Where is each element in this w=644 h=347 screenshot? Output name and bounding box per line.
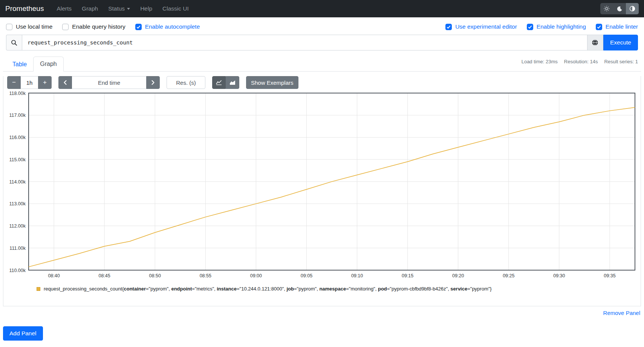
svg-text:08:50: 08:50 xyxy=(149,273,161,278)
legend-label-key: container xyxy=(124,286,146,292)
chart-area: 118.00k117.00k116.00k115.00k114.00k113.0… xyxy=(7,89,637,292)
svg-text:118.00k: 118.00k xyxy=(9,91,26,96)
x-axis-labels: 08:4008:4508:5008:5509:0009:0509:1009:15… xyxy=(48,273,615,278)
query-stats: Load time: 23ms Resolution: 14s Result s… xyxy=(522,59,638,71)
checkbox-box xyxy=(135,24,142,30)
svg-text:112.00k: 112.00k xyxy=(9,223,26,229)
graph-panel-body: − + xyxy=(3,76,641,306)
resolution-stat: Resolution: 14s xyxy=(564,59,598,64)
svg-text:09:35: 09:35 xyxy=(604,273,615,278)
nav-item-status[interactable]: Status xyxy=(108,5,130,12)
query-bar: request_processing_seconds_count Execute xyxy=(0,35,644,50)
svg-text:08:40: 08:40 xyxy=(48,273,60,278)
add-panel-button[interactable]: Add Panel xyxy=(3,326,43,341)
legend-label-key: pod xyxy=(378,286,387,292)
moon-icon xyxy=(617,6,623,12)
svg-text:117.00k: 117.00k xyxy=(9,113,26,118)
tab-table[interactable]: Table xyxy=(6,57,33,72)
svg-text:110.00k: 110.00k xyxy=(9,268,26,273)
remove-panel-link[interactable]: Remove Panel xyxy=(603,310,640,316)
query-panel: Table Graph Load time: 23ms Resolution: … xyxy=(3,57,641,316)
options-bar: Use local time Enable query history Enab… xyxy=(0,17,644,35)
checkbox-use-local-time[interactable]: Use local time xyxy=(6,23,52,30)
query-input-group: request_processing_seconds_count Execute xyxy=(6,35,638,50)
svg-text:09:00: 09:00 xyxy=(250,273,262,278)
checkbox-label: Use local time xyxy=(16,23,52,30)
nav-item-graph[interactable]: Graph xyxy=(82,5,98,12)
checkbox-box xyxy=(6,24,12,30)
series-label: request_processing_seconds_count{contain… xyxy=(44,286,492,292)
checkbox-enable-linter[interactable]: Enable linter xyxy=(596,23,638,30)
globe-icon xyxy=(592,39,598,46)
forward-time-button[interactable] xyxy=(146,76,160,89)
theme-dark-button[interactable] xyxy=(613,3,626,14)
execute-button[interactable]: Execute xyxy=(603,35,638,50)
svg-text:09:10: 09:10 xyxy=(351,273,363,278)
chevron-down-icon xyxy=(127,8,130,10)
legend-label-key: job xyxy=(286,286,294,292)
svg-text:08:55: 08:55 xyxy=(200,273,211,278)
y-axis-labels: 118.00k117.00k116.00k115.00k114.00k113.0… xyxy=(9,91,26,273)
panel-footer: Remove Panel xyxy=(3,306,641,316)
svg-text:116.00k: 116.00k xyxy=(9,135,26,140)
show-exemplars-button[interactable]: Show Exemplars xyxy=(246,76,298,89)
check-icon xyxy=(528,25,532,29)
metrics-explorer-button[interactable] xyxy=(587,35,603,50)
checkbox-enable-highlighting[interactable]: Enable highlighting xyxy=(527,23,586,30)
svg-text:09:15: 09:15 xyxy=(402,273,413,278)
search-icon xyxy=(6,35,22,50)
line-chart-button[interactable] xyxy=(212,76,226,89)
stacked-chart-icon xyxy=(229,80,236,85)
checkbox-label: Use experimental editor xyxy=(455,23,517,30)
nav-item-classic-ui[interactable]: Classic UI xyxy=(162,5,189,12)
time-series-chart[interactable]: 118.00k117.00k116.00k115.00k114.00k113.0… xyxy=(7,89,641,281)
sun-icon xyxy=(604,6,610,12)
svg-text:111.00k: 111.00k xyxy=(9,246,26,251)
app-brand[interactable]: Prometheus xyxy=(5,5,44,13)
nav-item-label: Help xyxy=(140,5,152,12)
end-time-input[interactable] xyxy=(72,76,146,89)
resolution-input[interactable] xyxy=(167,76,205,89)
graph-controls: − + xyxy=(7,76,637,89)
result-series-stat: Result series: 1 xyxy=(604,59,638,64)
check-icon xyxy=(447,25,451,29)
svg-text:09:25: 09:25 xyxy=(503,273,514,278)
svg-text:113.00k: 113.00k xyxy=(9,201,26,206)
nav-item-label: Graph xyxy=(82,5,98,12)
nav-item-alerts[interactable]: Alerts xyxy=(57,5,72,12)
theme-toggle-group xyxy=(600,3,639,14)
tab-graph[interactable]: Graph xyxy=(33,57,63,72)
nav-item-label: Alerts xyxy=(57,5,72,12)
checkbox-label: Enable linter xyxy=(606,23,638,30)
range-input[interactable] xyxy=(21,76,38,89)
theme-light-button[interactable] xyxy=(600,3,613,14)
nav-item-label: Classic UI xyxy=(162,5,189,12)
legend-label-key: instance xyxy=(217,286,237,292)
time-control-group xyxy=(58,76,160,89)
increase-range-button[interactable]: + xyxy=(38,76,52,89)
checkbox-box xyxy=(596,24,602,30)
decrease-range-button[interactable]: − xyxy=(7,76,21,89)
checkbox-use-experimental-editor[interactable]: Use experimental editor xyxy=(445,23,517,30)
svg-text:115.00k: 115.00k xyxy=(9,157,26,162)
checkbox-label: Enable highlighting xyxy=(537,23,586,30)
stacked-chart-button[interactable] xyxy=(226,76,239,89)
navbar: Prometheus Alerts Graph Status Help Clas… xyxy=(0,0,644,17)
svg-text:09:05: 09:05 xyxy=(301,273,312,278)
chart-type-toggle-group xyxy=(212,76,239,89)
legend-label-key: endpoint xyxy=(171,286,192,292)
query-expression-input[interactable]: request_processing_seconds_count xyxy=(22,35,587,50)
checkbox-enable-autocomplete[interactable]: Enable autocomplete xyxy=(135,23,200,30)
chevron-left-icon xyxy=(63,80,67,85)
rewind-time-button[interactable] xyxy=(58,76,72,89)
tab-strip: Table Graph Load time: 23ms Resolution: … xyxy=(3,57,641,72)
nav-item-help[interactable]: Help xyxy=(140,5,152,12)
svg-text:09:30: 09:30 xyxy=(553,273,565,278)
series-color-swatch xyxy=(37,287,40,291)
check-icon xyxy=(136,25,141,29)
theme-auto-button[interactable] xyxy=(626,3,639,14)
checkbox-enable-query-history[interactable]: Enable query history xyxy=(62,23,125,30)
load-time-stat: Load time: 23ms xyxy=(522,59,558,64)
range-control-group: − + xyxy=(7,76,52,89)
legend-label-key: service xyxy=(450,286,467,292)
